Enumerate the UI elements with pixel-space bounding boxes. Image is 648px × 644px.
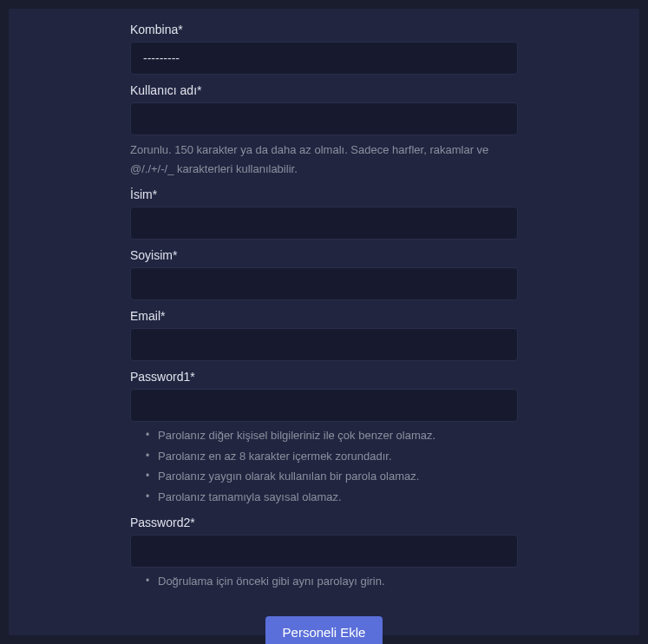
lastname-label: Soyisim*	[130, 248, 518, 262]
field-group-username: Kullanıcı adı* Zorunlu. 150 karakter ya …	[130, 83, 518, 179]
kombina-select[interactable]: ---------	[130, 42, 518, 75]
password1-help-list: Parolanız diğer kişisel bilgileriniz ile…	[130, 425, 518, 507]
field-group-firstname: İsim*	[130, 187, 518, 240]
field-group-kombina: Kombina* ---------	[130, 23, 518, 75]
password1-help-item: Parolanız yaygın olarak kullanılan bir p…	[146, 466, 518, 487]
username-help: Zorunlu. 150 karakter ya da daha az olma…	[130, 141, 518, 179]
username-label: Kullanıcı adı*	[130, 83, 518, 97]
password1-help-item: Parolanız en az 8 karakter içermek zorun…	[146, 446, 518, 467]
password1-label: Password1*	[130, 370, 518, 384]
firstname-label: İsim*	[130, 187, 518, 201]
field-group-lastname: Soyisim*	[130, 248, 518, 300]
password1-help-item: Parolanız tamamıyla sayısal olamaz.	[146, 487, 518, 508]
field-group-password1: Password1* Parolanız diğer kişisel bilgi…	[130, 370, 518, 507]
firstname-input[interactable]	[130, 207, 518, 240]
email-label: Email*	[130, 309, 518, 323]
username-input[interactable]	[130, 102, 518, 135]
email-input[interactable]	[130, 328, 518, 361]
password2-help-list: Doğrulama için önceki gibi aynı parolayı…	[130, 571, 518, 592]
submit-row: Personeli Ekle	[130, 616, 518, 644]
form-container: Kombina* --------- Kullanıcı adı* Zorunl…	[9, 9, 639, 635]
submit-button[interactable]: Personeli Ekle	[265, 616, 383, 644]
lastname-input[interactable]	[130, 267, 518, 300]
password2-help-item: Doğrulama için önceki gibi aynı parolayı…	[146, 571, 518, 592]
field-group-email: Email*	[130, 309, 518, 361]
password1-help-item: Parolanız diğer kişisel bilgileriniz ile…	[146, 425, 518, 446]
password2-label: Password2*	[130, 516, 518, 529]
field-group-password2: Password2* Doğrulama için önceki gibi ay…	[130, 516, 518, 592]
password2-input[interactable]	[130, 535, 518, 568]
kombina-label: Kombina*	[130, 23, 518, 36]
password1-input[interactable]	[130, 389, 518, 422]
